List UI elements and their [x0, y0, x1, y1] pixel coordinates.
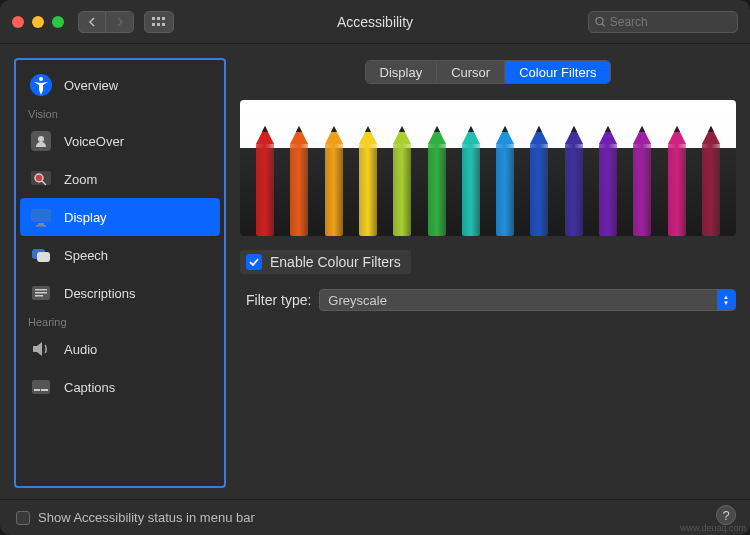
svg-rect-5 [162, 23, 165, 26]
tab-bar: Display Cursor Colour Filters [365, 60, 612, 84]
svg-rect-19 [37, 252, 50, 262]
pencil-icon [700, 126, 722, 236]
sidebar-item-label: Audio [64, 342, 97, 357]
pencil-icon [494, 126, 516, 236]
enable-colour-filters-row[interactable]: Enable Colour Filters [240, 250, 411, 274]
nav-buttons [78, 11, 134, 33]
sidebar-item-label: Speech [64, 248, 108, 263]
sidebar-item-label: Zoom [64, 172, 97, 187]
pencil-icon [597, 126, 619, 236]
sidebar-section-hearing: Hearing [20, 312, 220, 330]
pencil-icon [391, 126, 413, 236]
pencil-icon [288, 126, 310, 236]
sidebar-item-descriptions[interactable]: Descriptions [20, 274, 220, 312]
sidebar-item-speech[interactable]: Speech [20, 236, 220, 274]
zoom-icon [28, 166, 54, 192]
pencil-icon [323, 126, 345, 236]
pencil-icon [563, 126, 585, 236]
preferences-window: Accessibility Overview Vision VoiceOver [0, 0, 750, 535]
window-title: Accessibility [337, 14, 413, 30]
back-button[interactable] [78, 11, 106, 33]
sidebar-item-voiceover[interactable]: VoiceOver [20, 122, 220, 160]
checkmark-icon [249, 257, 259, 267]
sidebar-section-vision: Vision [20, 104, 220, 122]
pencil-icon [254, 126, 276, 236]
svg-rect-17 [36, 225, 46, 227]
svg-rect-0 [152, 17, 155, 20]
sidebar: Overview Vision VoiceOver Zoom Display [14, 58, 226, 488]
svg-rect-2 [162, 17, 165, 20]
svg-rect-24 [32, 380, 50, 394]
descriptions-icon [28, 280, 54, 306]
chevron-left-icon [88, 17, 96, 27]
titlebar: Accessibility [0, 0, 750, 44]
search-icon [595, 16, 606, 28]
speech-icon [28, 242, 54, 268]
menubar-status-label: Show Accessibility status in menu bar [38, 510, 255, 525]
svg-line-7 [602, 23, 605, 26]
sidebar-item-label: Overview [64, 78, 118, 93]
filter-type-select[interactable]: Greyscale ▲▼ [319, 289, 736, 311]
search-field[interactable] [588, 11, 738, 33]
enable-colour-filters-label: Enable Colour Filters [270, 254, 401, 270]
search-input[interactable] [610, 15, 731, 29]
help-button[interactable]: ? [716, 505, 736, 525]
sidebar-item-overview[interactable]: Overview [20, 66, 220, 104]
svg-rect-16 [38, 223, 44, 225]
svg-point-11 [38, 136, 44, 142]
pencil-icon [528, 126, 550, 236]
pencil-icon [460, 126, 482, 236]
filter-type-row: Filter type: Greyscale ▲▼ [240, 288, 736, 312]
audio-icon [28, 336, 54, 362]
sidebar-item-label: VoiceOver [64, 134, 124, 149]
chevron-right-icon [116, 17, 124, 27]
voiceover-icon [28, 128, 54, 154]
watermark: www.deuaq.com [680, 523, 746, 533]
svg-rect-26 [41, 389, 48, 391]
menubar-status-checkbox[interactable] [16, 511, 30, 525]
sidebar-item-label: Captions [64, 380, 115, 395]
select-stepper-icon: ▲▼ [717, 290, 735, 310]
pencil-icon [666, 126, 688, 236]
tab-display[interactable]: Display [366, 61, 438, 83]
forward-button[interactable] [106, 11, 134, 33]
filter-type-label: Filter type: [246, 292, 311, 308]
sidebar-item-captions[interactable]: Captions [20, 368, 220, 406]
pencil-icon [426, 126, 448, 236]
svg-point-9 [39, 77, 43, 81]
help-icon: ? [722, 508, 729, 523]
captions-icon [28, 374, 54, 400]
colour-preview [240, 100, 736, 236]
svg-point-13 [35, 174, 43, 182]
pencil-icon [631, 126, 653, 236]
sidebar-item-display[interactable]: Display [20, 198, 220, 236]
grid-icon [152, 17, 166, 27]
tab-cursor[interactable]: Cursor [437, 61, 505, 83]
sidebar-item-audio[interactable]: Audio [20, 330, 220, 368]
zoom-window-icon[interactable] [52, 16, 64, 28]
svg-rect-15 [31, 209, 51, 222]
close-icon[interactable] [12, 16, 24, 28]
sidebar-item-label: Display [64, 210, 107, 225]
svg-rect-22 [35, 292, 47, 294]
window-controls [12, 16, 64, 28]
svg-rect-1 [157, 17, 160, 20]
accessibility-icon [28, 72, 54, 98]
enable-colour-filters-checkbox[interactable] [246, 254, 262, 270]
pencil-icon [357, 126, 379, 236]
sidebar-item-label: Descriptions [64, 286, 136, 301]
minimize-icon[interactable] [32, 16, 44, 28]
filter-type-value: Greyscale [328, 293, 387, 308]
svg-point-6 [596, 17, 603, 24]
svg-rect-23 [35, 295, 43, 297]
content-area: Overview Vision VoiceOver Zoom Display [0, 44, 750, 499]
svg-rect-25 [34, 389, 40, 391]
svg-rect-3 [152, 23, 155, 26]
sidebar-item-zoom[interactable]: Zoom [20, 160, 220, 198]
tab-colour-filters[interactable]: Colour Filters [505, 61, 610, 83]
svg-rect-4 [157, 23, 160, 26]
show-all-button[interactable] [144, 11, 174, 33]
main-panel: Display Cursor Colour Filters Enable Col… [240, 58, 736, 491]
display-icon [28, 204, 54, 230]
svg-rect-21 [35, 289, 47, 291]
